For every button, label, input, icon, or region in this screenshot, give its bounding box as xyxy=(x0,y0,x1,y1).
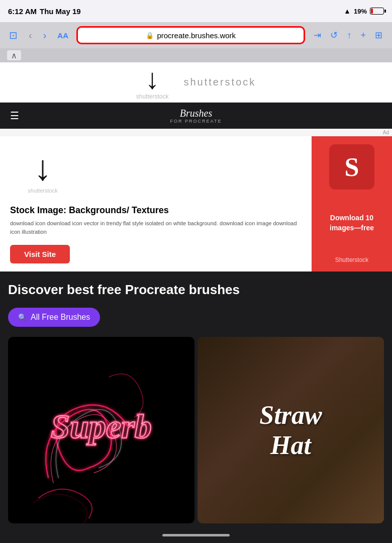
ad-content: ↓ shutterstock Stock Image: Backgrounds/… xyxy=(0,136,392,272)
reader-view-button[interactable]: ⇥ xyxy=(310,28,325,43)
superb-brush-preview: Superb Superb xyxy=(8,337,194,523)
ad-right-panel: S Download 10 images—free Shutterstock xyxy=(312,136,392,272)
site-logo-sub: for Procreate xyxy=(170,119,222,124)
tabs-button[interactable]: ⊞ xyxy=(371,28,386,43)
battery-fill xyxy=(371,9,373,14)
ad-watermark: shutterstock xyxy=(28,188,57,194)
wifi-icon: ▲ xyxy=(344,7,351,15)
scroll-up-button[interactable]: ∧ xyxy=(7,50,21,60)
filter-btn-label: All Free Brushes xyxy=(31,313,90,322)
ad-right-brand: Shutterstock xyxy=(335,256,369,263)
add-bookmark-button[interactable]: + xyxy=(357,28,369,43)
date-display: Thu May 19 xyxy=(40,7,81,16)
main-content: Discover best free Procreate brushes 🔍 A… xyxy=(0,272,392,523)
advertisement: Ad ↓ shutterstock Stock Image: Backgroun… xyxy=(0,129,392,272)
forward-button[interactable]: › xyxy=(40,28,50,43)
ad-text-block: Stock Image: Backgrounds/ Textures downl… xyxy=(10,200,302,241)
site-logo-block: Brushes for Procreate xyxy=(170,108,222,124)
status-bar: 6:12 AM Thu May 19 ▲ 19% xyxy=(0,0,392,22)
url-bar[interactable]: 🔒 procreate.brushes.work xyxy=(76,26,305,44)
url-text: procreate.brushes.work xyxy=(157,31,236,40)
time-display: 6:12 AM xyxy=(8,7,37,16)
ad-right-cta: Download 10 images—free xyxy=(318,213,386,233)
ad-description: download icon download icon vector in tr… xyxy=(10,219,302,236)
home-bar xyxy=(0,527,392,543)
home-indicator xyxy=(162,534,230,536)
brush-grid: Superb Superb StrawHat xyxy=(8,337,384,523)
browser-bar: ⊡ ‹ › AA 🔒 procreate.brushes.work ⇥ ↺ ↑ … xyxy=(0,22,392,48)
lock-icon: 🔒 xyxy=(146,32,154,39)
status-left: 6:12 AM Thu May 19 xyxy=(8,7,81,16)
status-right: ▲ 19% xyxy=(344,7,384,15)
ad-headline: Stock Image: Backgrounds/ Textures xyxy=(10,205,302,216)
sidebar-toggle-button[interactable]: ⊡ xyxy=(6,27,21,43)
webpage: ↓ shutterstock shutterstock ☰ Brushes fo… xyxy=(0,62,392,527)
battery-percent: 19% xyxy=(354,8,367,15)
page-wrapper: 6:12 AM Thu May 19 ▲ 19% ⊡ ‹ › AA 🔒 proc… xyxy=(0,0,392,543)
svg-text:Superb: Superb xyxy=(51,407,152,445)
ad-badge: Ad xyxy=(0,129,392,136)
search-icon: 🔍 xyxy=(18,313,27,321)
download-arrow-icon: ↓ xyxy=(34,150,52,186)
ad-left-panel: ↓ shutterstock Stock Image: Backgrounds/… xyxy=(0,136,312,272)
site-logo: Brushes xyxy=(170,108,222,119)
site-header: ☰ Brushes for Procreate xyxy=(0,103,392,129)
shutterstock-watermark-top: shutterstock xyxy=(183,76,256,88)
visit-site-button[interactable]: Visit Site xyxy=(10,245,70,263)
reader-mode-button[interactable]: AA xyxy=(54,29,71,42)
browser-actions: ⇥ ↺ ↑ + ⊞ xyxy=(310,28,386,43)
brush-card-straw-hat[interactable]: StrawHat xyxy=(198,337,384,523)
all-free-brushes-button[interactable]: 🔍 All Free Brushes xyxy=(8,308,100,327)
ad-top-partial: ↓ shutterstock shutterstock xyxy=(0,62,392,103)
page-title: Discover best free Procreate brushes xyxy=(8,282,384,299)
brush-card-superb[interactable]: Superb Superb xyxy=(8,337,194,523)
straw-hat-text: StrawHat xyxy=(259,400,322,461)
share-button[interactable]: ↑ xyxy=(343,28,355,43)
hamburger-menu-button[interactable]: ☰ xyxy=(10,110,19,122)
back-button[interactable]: ‹ xyxy=(26,28,35,43)
url-bar-wrapper: 🔒 procreate.brushes.work xyxy=(76,26,305,44)
ad-image: ↓ shutterstock xyxy=(10,144,75,200)
scroll-hint-bar: ∧ xyxy=(0,48,392,62)
straw-hat-content: StrawHat xyxy=(198,337,384,523)
shutterstock-logo: S xyxy=(329,144,374,190)
battery-icon xyxy=(370,8,384,15)
reload-button[interactable]: ↺ xyxy=(327,28,341,43)
